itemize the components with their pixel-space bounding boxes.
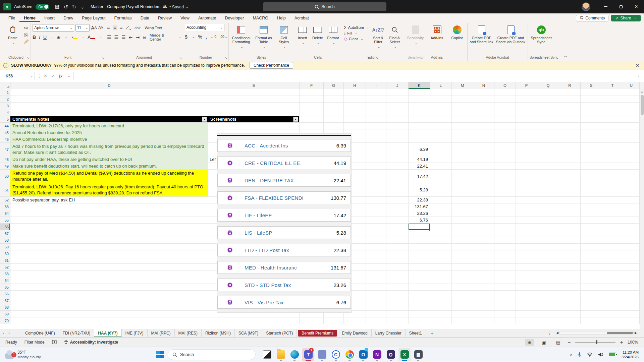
cell-L65[interactable]	[430, 284, 452, 291]
cell-N55[interactable]	[473, 217, 494, 224]
cell-N2[interactable]	[473, 96, 494, 103]
page-break-view-icon[interactable]: ▤	[553, 339, 563, 346]
sensitivity-button[interactable]: Sensitivity⌄	[406, 24, 425, 45]
cell-R3[interactable]	[559, 103, 581, 109]
cell-Q58[interactable]	[537, 237, 559, 244]
borders-button[interactable]: ⊞	[57, 35, 61, 40]
ribbon-tab-developer[interactable]: Developer	[220, 14, 248, 22]
cell-U59[interactable]	[623, 244, 640, 250]
cell-K50[interactable]: 17.42	[409, 170, 430, 183]
filter-dropdown-icon[interactable]: ▼	[293, 117, 298, 122]
cell-J67[interactable]	[386, 297, 409, 304]
cell-K2[interactable]	[409, 96, 430, 103]
cell-T45[interactable]	[602, 129, 623, 136]
cell-O54[interactable]	[494, 210, 516, 217]
cell-I4[interactable]	[366, 109, 386, 116]
taskbar-app-onenote[interactable]: N	[371, 348, 383, 361]
sheet-tab-startech-pct[interactable]: Startech (PCT)	[262, 329, 297, 337]
cell-L5[interactable]	[430, 116, 452, 123]
cell-S53[interactable]	[581, 203, 602, 210]
cell-S50[interactable]	[581, 170, 602, 183]
cell-Q2[interactable]	[537, 96, 559, 103]
cell-K66[interactable]	[409, 291, 430, 297]
cell-T66[interactable]	[602, 291, 623, 297]
cell-T50[interactable]	[602, 170, 623, 183]
cell-T64[interactable]	[602, 277, 623, 284]
cell-N3[interactable]	[473, 103, 494, 109]
cell-Q1[interactable]	[537, 89, 559, 96]
cell-D70[interactable]	[10, 317, 208, 324]
cell-I3[interactable]	[366, 103, 386, 109]
underline-button[interactable]: U	[43, 35, 47, 40]
cell-R46[interactable]	[559, 136, 581, 143]
taskbar-app-teams[interactable]: T1	[302, 348, 314, 361]
cell-U51[interactable]	[623, 183, 640, 197]
tab-overflow-icon[interactable]: ⋮	[547, 331, 552, 336]
cell-N58[interactable]	[473, 237, 494, 244]
cell-N62[interactable]	[473, 264, 494, 270]
cell-P1[interactable]	[516, 89, 537, 96]
cell-S59[interactable]	[581, 244, 602, 250]
ribbon-tab-acrobat[interactable]: Acrobat	[290, 14, 313, 22]
cell-K3[interactable]	[409, 103, 430, 109]
minimize-button[interactable]	[598, 0, 613, 13]
cell-E44[interactable]	[208, 123, 300, 129]
cell-T47[interactable]	[602, 143, 623, 156]
cell-L64[interactable]	[430, 277, 452, 284]
cell-Q47[interactable]	[537, 143, 559, 156]
cell-E4[interactable]	[208, 109, 300, 116]
cut-icon[interactable]: ✂	[24, 26, 29, 31]
ribbon-tab-formulas[interactable]: Formulas	[110, 14, 136, 22]
cell-U61[interactable]	[623, 257, 640, 264]
cell-P51[interactable]	[516, 183, 537, 197]
cell-P54[interactable]	[516, 210, 537, 217]
cell-N49[interactable]	[473, 163, 494, 170]
cell-O50[interactable]	[494, 170, 516, 183]
cell-F5[interactable]	[300, 116, 324, 123]
cell-U55[interactable]	[623, 217, 640, 224]
row-header-47[interactable]: 47	[0, 143, 10, 156]
cell-P57[interactable]	[516, 230, 537, 237]
bold-button[interactable]: B	[33, 35, 36, 40]
cell-T57[interactable]	[602, 230, 623, 237]
cell-T52[interactable]	[602, 197, 623, 203]
cell-M4[interactable]	[452, 109, 473, 116]
cell-O46[interactable]	[494, 136, 516, 143]
cell-M5[interactable]	[452, 116, 473, 123]
cell-L56[interactable]	[430, 224, 452, 230]
cell-T46[interactable]	[602, 136, 623, 143]
insert-cells-button[interactable]: Insert⌄	[296, 24, 309, 45]
row-header-4[interactable]: 4	[0, 109, 10, 116]
font-color-button[interactable]: A	[88, 35, 95, 40]
cell-M49[interactable]	[452, 163, 473, 170]
benefit-row-den[interactable]: ⚙DEN - DEN PRE TAX22.41	[217, 174, 351, 187]
cell-I62[interactable]	[366, 264, 386, 270]
cell-D4[interactable]	[10, 109, 208, 116]
cell-R56[interactable]	[559, 224, 581, 230]
cell-K45[interactable]	[409, 129, 430, 136]
cell-D56[interactable]	[10, 224, 208, 230]
column-header-R[interactable]: R	[559, 82, 581, 89]
cell-E5[interactable]: Screenshots▼	[208, 116, 300, 123]
cell-Q55[interactable]	[537, 217, 559, 224]
cell-U54[interactable]	[623, 210, 640, 217]
cell-Q52[interactable]	[537, 197, 559, 203]
cell-D45[interactable]: Annual Retention Incentive for 2025	[10, 129, 208, 136]
cell-Q5[interactable]	[537, 116, 559, 123]
benefit-row-cre[interactable]: ⚙CRE - CRITICAL ILL EE44.19	[217, 157, 351, 169]
column-header-J[interactable]: J	[386, 82, 409, 89]
benefit-row-fsa[interactable]: ⚙FSA - FLEXIBLE SPENDI130.77	[217, 191, 351, 204]
cell-D48[interactable]: Do not pay under HAA, these are getting …	[10, 156, 208, 163]
cell-Q60[interactable]	[537, 250, 559, 257]
cell-O51[interactable]	[494, 183, 516, 197]
tray-chevron-icon[interactable]: ˄	[570, 353, 572, 357]
cell-H44[interactable]	[344, 123, 366, 129]
cell-P47[interactable]	[516, 143, 537, 156]
cell-S48[interactable]	[581, 156, 602, 163]
cell-U52[interactable]	[623, 197, 640, 203]
cell-N46[interactable]	[473, 136, 494, 143]
cell-P61[interactable]	[516, 257, 537, 264]
row-header-68[interactable]: 68	[0, 304, 10, 311]
benefit-row-ltd[interactable]: ⚙LTD - LTD Post Tax22.38	[217, 244, 351, 256]
cell-N65[interactable]	[473, 284, 494, 291]
